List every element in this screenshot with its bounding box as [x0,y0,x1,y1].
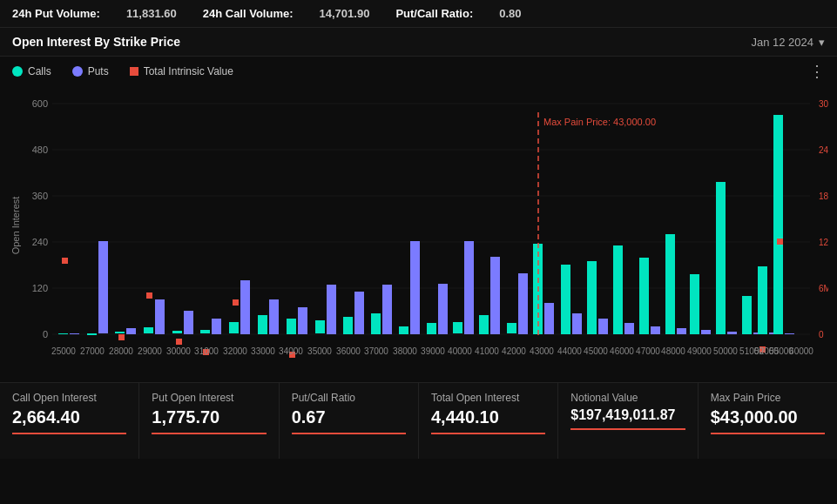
top-bar: 24h Put Volume: 11,831.60 24h Call Volum… [0,0,837,28]
svg-rect-57 [561,265,570,334]
legend-intrinsic: Total Intrinsic Value [130,65,233,77]
svg-text:39000: 39000 [421,346,445,356]
stat-underline-3 [431,433,545,434]
svg-text:36000: 36000 [336,346,361,356]
stat-total-open-interest: Total Open Interest 4,440.10 [419,383,558,459]
svg-rect-81 [118,334,125,340]
svg-text:120: 120 [32,283,48,293]
svg-text:41000: 41000 [475,346,499,356]
svg-rect-36 [269,299,279,334]
svg-text:27000: 27000 [80,346,105,356]
svg-rect-39 [315,320,325,333]
svg-rect-62 [624,323,634,334]
svg-rect-27 [144,327,153,333]
svg-rect-21 [58,333,68,334]
stat-label-5: Max Pain Price [711,392,825,404]
chart-date-selector[interactable]: Jan 12 2024 ▾ [751,36,825,49]
svg-rect-30 [184,311,193,334]
svg-text:28000: 28000 [109,346,133,356]
stat-label-1: Put Open Interest [152,392,266,404]
calls-label: Calls [28,65,51,77]
svg-text:49000: 49000 [687,346,712,356]
svg-text:40000: 40000 [448,346,472,356]
svg-rect-22 [70,333,79,334]
svg-text:44000: 44000 [557,346,582,356]
svg-rect-70 [727,332,737,334]
stat-value-3: 4,440.10 [431,407,545,427]
svg-rect-49 [453,322,462,333]
legend-puts: Puts [72,65,109,77]
svg-rect-71 [742,296,752,334]
puts-label: Puts [88,65,109,77]
svg-rect-63 [639,258,649,334]
stat-call-open-interest: Call Open Interest 2,664.40 [0,383,139,459]
svg-text:34000: 34000 [279,346,303,356]
svg-text:46000: 46000 [610,346,634,356]
chart-header: Open Interest By Strike Price Jan 12 202… [0,28,837,57]
svg-text:360: 360 [32,191,48,201]
stat-underline-4 [570,428,685,430]
svg-rect-51 [479,315,489,334]
svg-text:33000: 33000 [251,346,275,356]
svg-text:42000: 42000 [502,346,526,356]
svg-rect-40 [327,285,336,334]
svg-rect-47 [427,323,436,334]
svg-rect-33 [229,322,239,333]
stat-value-2: 0.67 [292,407,406,427]
stat-label-0: Call Open Interest [12,392,126,404]
svg-rect-83 [176,339,182,345]
stat-value-1: 1,775.70 [152,407,266,427]
svg-text:Open Interest: Open Interest [10,197,21,255]
svg-text:50000: 50000 [713,346,738,356]
svg-rect-53 [507,323,516,333]
svg-text:30M: 30M [819,99,828,109]
svg-rect-60 [598,319,608,334]
svg-rect-31 [200,330,210,333]
intrinsic-label: Total Intrinsic Value [144,65,233,77]
svg-text:32000: 32000 [223,346,247,356]
svg-text:Max Pain Price: 43,000.00: Max Pain Price: 43,000.00 [543,117,656,127]
stat-notional-value: Notional Value $197,419,011.87 [558,383,698,459]
svg-text:45000: 45000 [584,346,608,356]
stat-underline-0 [12,433,126,434]
svg-rect-25 [115,332,125,333]
svg-rect-79 [62,258,68,264]
put-call-ratio-value: 0.80 [499,7,521,20]
put-call-ratio-label: Put/Call Ratio: [395,7,473,20]
svg-rect-32 [212,319,221,334]
svg-rect-54 [518,273,528,334]
options-menu-button[interactable]: ⋮ [809,62,825,81]
main-chart: 600 480 360 240 120 0 Open Interest 30M … [9,86,828,378]
svg-text:24M: 24M [819,145,828,155]
svg-text:30000: 30000 [166,346,191,356]
svg-text:18M: 18M [819,192,828,201]
svg-rect-69 [716,182,726,334]
svg-text:6M: 6M [819,284,828,293]
svg-rect-85 [233,299,239,306]
svg-rect-37 [287,319,296,334]
svg-rect-66 [677,328,686,334]
svg-text:480: 480 [32,144,48,155]
svg-rect-48 [438,284,448,334]
svg-rect-43 [371,313,381,334]
stat-value-0: 2,664.40 [12,407,126,427]
svg-text:48000: 48000 [661,346,685,356]
chevron-down-icon: ▾ [819,36,825,49]
puts-dot [72,66,83,77]
svg-text:38000: 38000 [393,346,417,356]
stat-value-5: $43,000.00 [711,407,825,427]
svg-rect-23 [87,333,97,335]
svg-rect-59 [587,261,597,334]
stat-label-3: Total Open Interest [431,392,545,404]
svg-text:25000: 25000 [51,346,76,356]
svg-text:240: 240 [32,237,48,247]
svg-text:29000: 29000 [138,346,162,356]
svg-rect-58 [572,313,582,334]
svg-text:47000: 47000 [636,346,660,356]
svg-rect-44 [382,285,392,334]
svg-text:12M: 12M [819,238,828,247]
svg-rect-73 [758,266,767,334]
svg-text:600: 600 [32,98,48,109]
svg-text:35000: 35000 [307,346,332,356]
chart-legend: Calls Puts Total Intrinsic Value ⋮ [0,57,837,86]
